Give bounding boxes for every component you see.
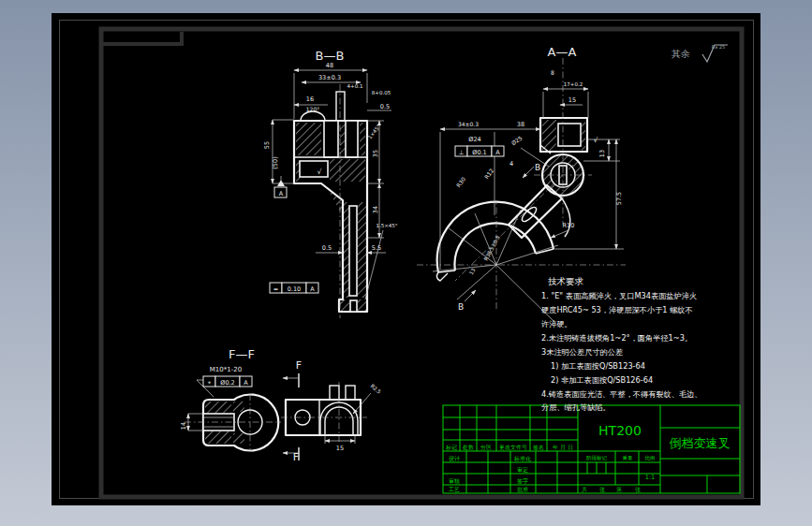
dim-text: 审定 (517, 466, 528, 474)
dim-text: 许淬硬。 (541, 319, 572, 329)
dim-text: 0.5 (322, 244, 332, 252)
datum-a-label: A (279, 190, 284, 197)
fcf-cell: 0.10 (288, 285, 301, 293)
cad-application-window: B—B4833±0.34+0.18+0.050.516120°55(50)1×4… (0, 0, 812, 526)
drawing-canvas: B—B4833±0.34+0.18+0.050.516120°55(50)1×4… (0, 0, 812, 526)
dim-text: √ (594, 137, 598, 144)
dim-text: 1. "E" 表面高频淬火，叉口M34表面盐炉淬火 (541, 291, 698, 300)
dim-text: Ø24 (468, 136, 480, 143)
fcf-cell: = (273, 285, 278, 293)
dim-text: 年 月 日 (553, 444, 573, 451)
dim-text: 1) 加工表面按Q/SB123-64 (551, 361, 645, 371)
dim-text: 4.铸造表面应光洁、平整，不得有裂纹、毛边、 (541, 389, 702, 399)
dim-text: 34±0.3 (458, 121, 479, 127)
dim-text: 3未注明公差尺寸的公差 (541, 347, 623, 357)
dim-text: (50) (272, 156, 279, 168)
dim-text: 34 (372, 206, 379, 213)
dim-text: 分区 (480, 444, 492, 450)
dim-text: 标准化 (513, 455, 531, 462)
view-label-aa: A—A (548, 45, 577, 59)
view-label-bb: B—B (316, 49, 345, 63)
dim-text: 17+0.2 (564, 81, 583, 87)
fcf-cell: A (495, 149, 500, 156)
dim-text: √ (317, 168, 322, 176)
fcf-perpendicularity: ⊥Ø0.1A (455, 146, 504, 156)
dim-text: 更改文件号 (499, 444, 527, 450)
dim-text: B (458, 302, 464, 312)
view-label-ff: F—F (229, 347, 255, 361)
dim-text: 35 (372, 150, 379, 157)
dim-text: 共 (582, 486, 587, 492)
dim-text: 硬度HRC45~ 53，淬硬层深不小于1 螺纹不 (541, 305, 693, 314)
dim-text: 第 (616, 486, 622, 492)
fcf-symmetry: =0.10A (270, 283, 318, 293)
dim-text: 8 (551, 69, 554, 76)
dim-text: 57.5 (615, 192, 623, 205)
dim-text: 2) 非加工表面按Q/SB126-64 (551, 375, 653, 385)
dim-text: F (296, 359, 302, 372)
dim-text: 16 (306, 95, 314, 103)
dim-text: 0.5 (380, 103, 390, 110)
dim-text: 分层、缩孔等缺陷。 (541, 402, 611, 412)
thread-callout: M10*1-20 (210, 366, 242, 373)
fcf-cell: ⌖ (208, 379, 212, 387)
dim-text: 签名 (533, 444, 544, 451)
dim-text: 120° (306, 106, 319, 112)
dim-text: 2.未注明铸造拔模角1~2°，圆角半径1~3。 (541, 333, 692, 343)
dim-text: 标记 (445, 444, 457, 451)
dim-text: 签字 (517, 477, 528, 484)
dim-text: R10 (563, 222, 575, 229)
dim-text: F (293, 451, 299, 463)
dim-text: 15 (568, 96, 576, 104)
fcf-cell: Ø0.1 (472, 149, 486, 156)
dim-text: 比例 (645, 455, 656, 461)
dim-text: 14 (180, 422, 187, 430)
dim-text: 48 (326, 62, 333, 69)
dim-text: 工艺 (449, 486, 460, 492)
dim-text: 处数 (462, 444, 474, 451)
dim-text: 4+0.1 (347, 83, 363, 89)
dim-text: 33±0.3 (318, 74, 341, 81)
dim-text: 阶段标记 (586, 455, 608, 461)
material-label: HT200 (598, 423, 642, 438)
tech-title: 技术要求 (548, 276, 584, 286)
model-space (52, 13, 760, 505)
fcf-cell: ⊥ (459, 149, 465, 156)
dim-text: 8+0.05 (372, 90, 391, 95)
dim-text: 1.5×45° (376, 223, 397, 228)
fcf-position: ⌖Ø0.2A (203, 376, 252, 387)
dim-text: 批准 (517, 486, 528, 493)
dim-text: 重量 (623, 455, 634, 460)
dim-text: 5.5 (372, 244, 381, 252)
fcf-cell: A (310, 285, 315, 293)
dim-text: 15 (336, 445, 344, 452)
dim-text: 审核 (449, 477, 460, 484)
fcf-cell: Ø0.2 (220, 379, 234, 387)
dim-text: 4 (509, 160, 513, 168)
dim-text: 55 (263, 141, 271, 149)
dim-text: 设计 (449, 455, 460, 461)
surface-note: 其余 (672, 49, 690, 59)
dim-text: 13 (598, 150, 606, 157)
dim-text: Ra 25 (712, 44, 725, 50)
dim-text: B (535, 163, 540, 172)
dim-text: 38 (517, 121, 524, 128)
dim-text: 张 (635, 486, 641, 493)
fcf-cell: A (244, 379, 248, 387)
dim-text: 张 (599, 486, 605, 493)
part-name: 倒档变速叉 (670, 436, 731, 450)
scale-value: 1:1 (645, 474, 655, 481)
